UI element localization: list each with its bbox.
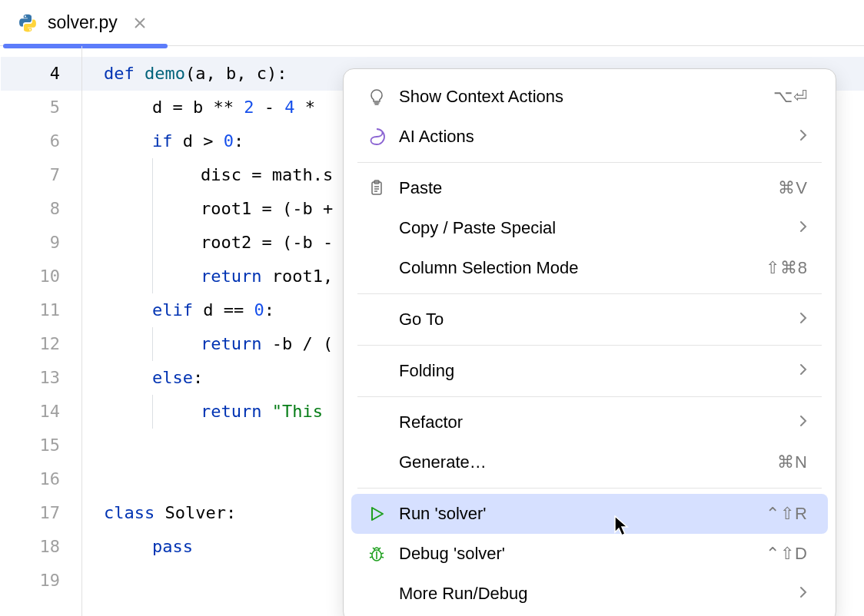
menu-item[interactable]: Run 'solver'⌃⇧R bbox=[351, 494, 828, 534]
tab-bar: solver.py bbox=[0, 0, 864, 46]
svg-line-9 bbox=[381, 553, 384, 554]
menu-separator bbox=[357, 345, 822, 346]
svg-line-7 bbox=[370, 553, 372, 554]
blank-icon bbox=[365, 359, 388, 383]
menu-item[interactable]: Generate…⌘N bbox=[351, 442, 828, 482]
menu-item[interactable]: AI Actions bbox=[351, 117, 828, 157]
line-number[interactable]: 7 bbox=[0, 158, 60, 192]
ai-icon bbox=[365, 125, 388, 148]
menu-item-label: Paste bbox=[399, 178, 767, 198]
menu-item-label: Column Selection Mode bbox=[399, 258, 755, 278]
line-number[interactable]: 12 bbox=[0, 327, 60, 361]
close-tab-button[interactable] bbox=[131, 15, 148, 31]
menu-item[interactable]: Copy / Paste Special bbox=[351, 208, 828, 248]
menu-separator bbox=[357, 488, 822, 488]
menu-item-label: Show Context Actions bbox=[399, 87, 763, 107]
mouse-cursor bbox=[614, 515, 631, 537]
line-number[interactable]: 4 bbox=[0, 57, 60, 91]
paste-icon bbox=[365, 177, 388, 200]
svg-line-11 bbox=[373, 548, 374, 549]
menu-item-label: Run 'solver' bbox=[399, 504, 755, 524]
python-file-icon bbox=[17, 12, 38, 34]
menu-item[interactable]: Show Context Actions⌥⏎ bbox=[351, 77, 828, 117]
line-number[interactable]: 18 bbox=[0, 530, 60, 564]
blank-icon bbox=[365, 308, 388, 331]
menu-shortcut: ⌃⇧D bbox=[766, 544, 808, 564]
menu-separator bbox=[357, 396, 822, 397]
menu-shortcut: ⌥⏎ bbox=[773, 87, 808, 107]
line-number[interactable]: 9 bbox=[0, 226, 60, 260]
menu-item-label: Go To bbox=[399, 310, 788, 330]
line-number[interactable]: 8 bbox=[0, 192, 60, 226]
svg-line-12 bbox=[379, 548, 380, 549]
svg-line-8 bbox=[370, 557, 372, 558]
chevron-right-icon bbox=[799, 412, 808, 432]
debug-icon bbox=[365, 542, 388, 565]
menu-item[interactable]: Column Selection Mode⇧⌘8 bbox=[351, 248, 828, 288]
file-tab[interactable]: solver.py bbox=[3, 0, 162, 45]
chevron-right-icon bbox=[799, 218, 808, 238]
line-number[interactable]: 11 bbox=[0, 293, 60, 327]
menu-item-label: Folding bbox=[399, 361, 788, 381]
chevron-right-icon bbox=[799, 361, 808, 381]
line-number[interactable]: 17 bbox=[0, 496, 60, 530]
menu-separator bbox=[357, 293, 822, 294]
context-menu: Show Context Actions⌥⏎AI ActionsPaste⌘VC… bbox=[343, 68, 836, 616]
menu-item-label: Debug 'solver' bbox=[399, 544, 755, 564]
menu-shortcut: ⌘V bbox=[778, 178, 808, 198]
menu-item[interactable]: More Run/Debug bbox=[351, 574, 828, 614]
blank-icon bbox=[365, 257, 388, 280]
menu-item-label: AI Actions bbox=[399, 127, 788, 147]
menu-item-label: Copy / Paste Special bbox=[399, 218, 788, 238]
menu-shortcut: ⌘N bbox=[777, 452, 808, 472]
chevron-right-icon bbox=[799, 584, 808, 604]
blank-icon bbox=[365, 411, 388, 434]
menu-separator bbox=[357, 162, 822, 163]
menu-item[interactable]: Go To bbox=[351, 300, 828, 339]
menu-item[interactable]: Folding bbox=[351, 351, 828, 391]
blank-icon bbox=[365, 451, 388, 474]
bulb-icon bbox=[365, 85, 388, 108]
blank-icon bbox=[365, 582, 388, 605]
blank-icon bbox=[365, 217, 388, 240]
svg-line-10 bbox=[381, 557, 384, 558]
line-number[interactable]: 13 bbox=[0, 361, 60, 395]
menu-item[interactable]: Refactor bbox=[351, 402, 828, 442]
chevron-right-icon bbox=[799, 127, 808, 147]
line-number[interactable]: 19 bbox=[0, 564, 60, 598]
chevron-right-icon bbox=[799, 310, 808, 330]
menu-item-label: Generate… bbox=[399, 452, 766, 472]
line-number[interactable]: 10 bbox=[0, 260, 60, 293]
tab-filename: solver.py bbox=[48, 12, 118, 33]
menu-item-label: Refactor bbox=[399, 412, 788, 432]
line-gutter: 45678910111213141516171819 bbox=[0, 46, 81, 616]
menu-shortcut: ⇧⌘8 bbox=[766, 258, 808, 278]
line-number[interactable]: 16 bbox=[0, 462, 60, 496]
line-number[interactable]: 15 bbox=[0, 429, 60, 462]
run-icon bbox=[365, 502, 388, 525]
line-number[interactable]: 5 bbox=[0, 91, 60, 124]
line-number[interactable]: 14 bbox=[0, 395, 60, 429]
menu-item[interactable]: Debug 'solver'⌃⇧D bbox=[351, 534, 828, 574]
menu-item[interactable]: Paste⌘V bbox=[351, 168, 828, 208]
line-number[interactable]: 6 bbox=[0, 124, 60, 158]
menu-item-label: More Run/Debug bbox=[399, 584, 788, 604]
menu-shortcut: ⌃⇧R bbox=[766, 504, 808, 524]
